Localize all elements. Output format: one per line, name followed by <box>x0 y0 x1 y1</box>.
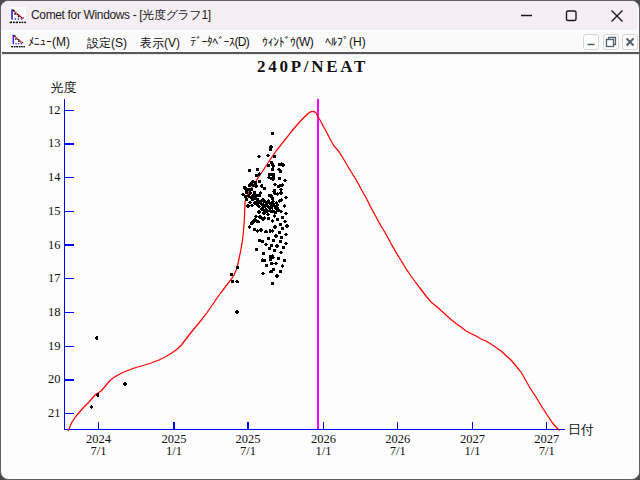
svg-text:光度: 光度 <box>51 80 77 95</box>
svg-text:1/1: 1/1 <box>316 444 332 458</box>
svg-text:240P/NEAT: 240P/NEAT <box>257 57 368 76</box>
svg-text:19: 19 <box>48 339 61 353</box>
svg-text:14: 14 <box>48 170 61 184</box>
svg-text:7/1: 7/1 <box>91 444 107 458</box>
svg-text:12: 12 <box>48 103 61 117</box>
svg-text:日付: 日付 <box>568 422 594 437</box>
svg-text:18: 18 <box>48 305 61 319</box>
svg-text:13: 13 <box>48 136 61 150</box>
svg-text:16: 16 <box>48 238 61 252</box>
svg-text:21: 21 <box>48 406 61 420</box>
svg-text:17: 17 <box>48 271 61 285</box>
svg-text:7/1: 7/1 <box>390 444 406 458</box>
svg-text:7/1: 7/1 <box>240 444 256 458</box>
svg-text:7/1: 7/1 <box>539 444 555 458</box>
svg-text:20: 20 <box>48 372 61 386</box>
svg-text:15: 15 <box>48 204 61 218</box>
svg-text:1/1: 1/1 <box>464 444 480 458</box>
svg-text:1/1: 1/1 <box>166 444 182 458</box>
